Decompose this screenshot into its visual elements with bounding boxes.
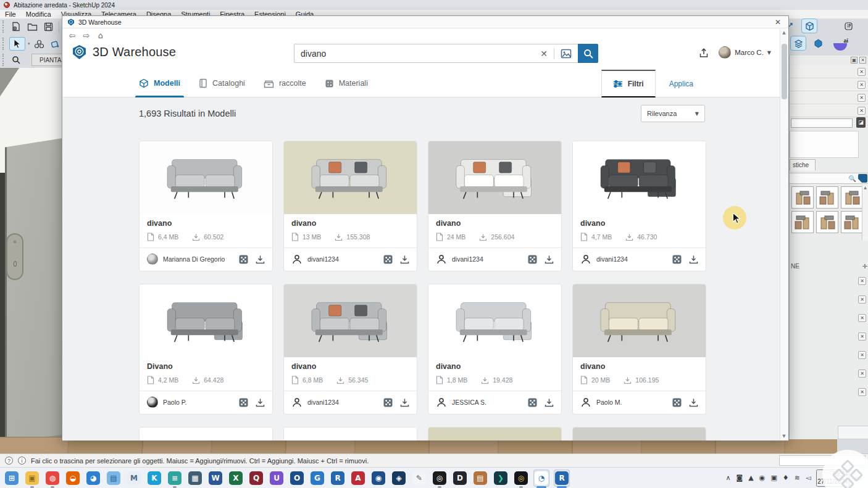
author-name[interactable]: divani1234 — [307, 399, 339, 406]
taskbar-icon[interactable]: ◔ — [533, 469, 549, 487]
author-avatar[interactable] — [580, 397, 591, 408]
system-tray-icon[interactable]: ≋ — [795, 474, 800, 482]
layers-tool-icon[interactable] — [790, 36, 806, 51]
component-thumbnail[interactable] — [816, 186, 838, 209]
system-tray-icon[interactable]: ♦ — [783, 474, 789, 482]
3d-warehouse-brand[interactable]: 3D Warehouse — [72, 44, 176, 60]
download-icon[interactable] — [689, 255, 698, 264]
help-icon[interactable]: ? — [5, 457, 13, 465]
panel-close-button[interactable] — [858, 68, 866, 76]
collection-icon[interactable] — [239, 255, 248, 264]
toolbar-grip[interactable] — [2, 38, 6, 50]
collection-icon[interactable] — [239, 398, 248, 407]
system-tray-icon[interactable]: ◙ — [737, 474, 743, 482]
collection-icon[interactable] — [383, 398, 393, 407]
home-icon[interactable]: ⌂ — [96, 31, 106, 40]
tray-close-icon[interactable]: ✕ — [859, 57, 866, 64]
component-thumbnail[interactable] — [816, 211, 838, 233]
model-card[interactable]: divano 4,7 MB 46.730 — [572, 141, 706, 271]
taskbar-icon[interactable]: ▦ — [187, 469, 203, 487]
upload-icon[interactable] — [699, 48, 709, 58]
taskbar-icon[interactable]: M — [126, 469, 142, 487]
taskbar-icon[interactable]: ◒ — [65, 469, 81, 487]
author-name[interactable]: divani1234 — [596, 255, 628, 263]
tab-modelli[interactable]: Modelli — [139, 70, 180, 97]
info-icon[interactable]: i — [18, 457, 26, 465]
taskbar-icon[interactable]: ▣ — [24, 469, 40, 487]
model-thumbnail[interactable] — [284, 141, 417, 214]
model-thumbnail[interactable] — [428, 284, 561, 357]
download-icon[interactable] — [400, 255, 409, 264]
download-icon[interactable] — [545, 255, 554, 264]
author-avatar[interactable] — [147, 254, 158, 265]
model-thumbnail[interactable] — [140, 284, 272, 357]
scroll-up-icon[interactable]: ▲ — [780, 30, 788, 35]
model-thumbnail[interactable] — [428, 141, 561, 214]
model-title[interactable]: divano — [147, 219, 265, 228]
system-tray-icon[interactable]: ◉ — [759, 474, 766, 482]
component-thumbnail[interactable] — [791, 211, 814, 233]
author-avatar[interactable] — [436, 254, 447, 265]
system-tray-icon[interactable]: ▣ — [770, 474, 777, 482]
download-icon[interactable] — [256, 255, 265, 264]
toolbar-grip[interactable] — [2, 20, 6, 33]
system-tray-icon[interactable]: ◅ — [806, 474, 811, 482]
panel-close-button[interactable] — [858, 81, 866, 89]
model-thumbnail[interactable] — [284, 284, 417, 357]
model-title[interactable]: divano — [580, 219, 698, 228]
panel-close-button[interactable] — [858, 388, 866, 396]
tray-pin-icon[interactable]: ▣ — [851, 57, 858, 64]
search-tool-icon[interactable] — [9, 54, 23, 66]
sort-dropdown[interactable]: Rilevanza ▼ — [641, 105, 705, 122]
taskbar-icon[interactable]: R — [330, 469, 346, 487]
collection-icon[interactable] — [672, 255, 682, 264]
taskbar-icon[interactable]: ▤ — [472, 469, 488, 487]
panel-close-button[interactable] — [858, 94, 866, 102]
taskbar-icon[interactable]: ≡ — [167, 469, 183, 487]
collection-icon[interactable] — [672, 398, 682, 407]
tab-raccolte[interactable]: raccolte — [264, 70, 306, 97]
model-title[interactable]: divano — [291, 219, 409, 228]
paint-bucket-tool-button[interactable] — [49, 38, 62, 50]
model-thumbnail[interactable] — [573, 428, 706, 440]
component-search-bar[interactable]: 🔍 — [790, 173, 868, 184]
taskbar-icon[interactable]: A — [350, 469, 366, 487]
scroll-down-icon[interactable]: ▼ — [780, 434, 788, 439]
panel-close-button[interactable] — [858, 296, 866, 304]
model-card[interactable] — [428, 427, 562, 440]
tray-text-field[interactable] — [791, 118, 853, 128]
author-name[interactable]: JESSICA S. — [452, 399, 486, 406]
model-card[interactable]: divano 13 MB 155.308 — [283, 141, 417, 271]
menu-item[interactable]: File — [5, 10, 16, 18]
dialog-scrollbar[interactable]: ▲ ▼ — [780, 29, 788, 440]
taskbar-icon[interactable]: ❯ — [493, 469, 509, 487]
panel-close-button[interactable] — [858, 277, 866, 285]
dialog-close-button[interactable]: ✕ — [772, 18, 783, 27]
author-avatar[interactable] — [291, 397, 303, 408]
image-search-icon[interactable] — [561, 49, 572, 59]
component-thumbnail[interactable] — [791, 186, 814, 209]
taskbar-icon[interactable]: ◍ — [44, 469, 61, 487]
taskbar-icon[interactable]: R — [554, 469, 570, 487]
taskbar-icon[interactable]: ◉ — [370, 469, 386, 487]
model-thumbnail[interactable] — [573, 141, 706, 214]
ai-tool-icon[interactable]: ai — [830, 36, 851, 51]
taskbar-icon[interactable]: W — [207, 469, 223, 487]
tab-cataloghi[interactable]: Cataloghi — [199, 70, 245, 97]
model-title[interactable]: divano — [580, 362, 698, 371]
panel-close-button[interactable] — [858, 351, 866, 359]
taskbar-icon[interactable]: ✎ — [411, 469, 427, 487]
taskbar-icon[interactable]: Q — [248, 469, 264, 487]
component-thumbnail[interactable] — [841, 211, 863, 233]
model-card[interactable]: divano 24 MB 256.604 — [428, 141, 562, 271]
model-card[interactable]: Divano 4,2 MB 64.428 — [139, 284, 273, 415]
menu-item[interactable]: Modifica — [26, 10, 51, 18]
taskbar-icon[interactable]: G — [309, 469, 325, 487]
tab-materiali[interactable]: Materiali — [325, 70, 368, 97]
download-icon[interactable] — [689, 398, 698, 407]
download-icon[interactable] — [400, 398, 409, 407]
tray-panel-header[interactable] — [790, 91, 868, 104]
crosshair-icon[interactable]: ✛ — [862, 263, 867, 270]
solid-tools-icon[interactable] — [810, 36, 826, 51]
taskbar-icon[interactable]: D — [452, 469, 468, 487]
